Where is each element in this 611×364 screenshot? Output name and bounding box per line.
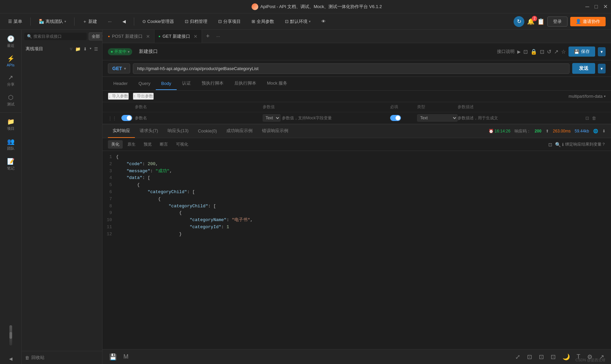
- save-button[interactable]: 💾 保存: [569, 47, 595, 57]
- param-delete-icon[interactable]: 🗑: [592, 116, 596, 121]
- sidebar-item-team[interactable]: 👥 团队: [0, 135, 21, 154]
- enable-toggle[interactable]: [121, 115, 132, 121]
- global-params-button[interactable]: ⊞ 全局参数: [249, 17, 277, 26]
- login-button[interactable]: 登录: [547, 17, 568, 27]
- copy-response-icon[interactable]: ⊡: [548, 142, 552, 147]
- drag-handle-icon[interactable]: ⋮⋮: [108, 116, 121, 121]
- globe-icon[interactable]: 🌐: [593, 129, 598, 133]
- tab-close-icon[interactable]: ✕: [146, 34, 150, 39]
- fmt-tab-assert[interactable]: 断言: [156, 140, 171, 149]
- lock-icon[interactable]: 🔒: [530, 49, 537, 55]
- star-icon[interactable]: ☆: [561, 49, 566, 55]
- tab-mock[interactable]: Mock 服务: [262, 77, 293, 90]
- expand-icon[interactable]: ⤢: [514, 352, 522, 362]
- url-input[interactable]: [133, 63, 570, 74]
- share-project-button[interactable]: ⊡ 分享项目: [215, 17, 243, 26]
- resp-tab-req-headers[interactable]: 请求头(7): [135, 124, 163, 138]
- save-dropdown-button[interactable]: ▾: [598, 47, 606, 56]
- status-badge[interactable]: ● 开发中 ▾: [108, 48, 132, 55]
- value-type-select[interactable]: Text: [263, 114, 281, 122]
- param-value-input[interactable]: [282, 116, 390, 120]
- resp-tab-realtime[interactable]: 实时响应: [108, 124, 135, 138]
- sidebar-item-test[interactable]: ⬡ 测试: [0, 91, 21, 110]
- resp-tab-resp-headers[interactable]: 响应头(13): [163, 124, 193, 138]
- more-icon[interactable]: ☰: [94, 47, 98, 52]
- download-icon[interactable]: ⬇: [83, 47, 87, 52]
- content-type-select[interactable]: multipart/form-data ▾: [569, 94, 606, 99]
- search-icon: 🔍: [27, 34, 32, 39]
- minimize-button[interactable]: ─: [585, 4, 589, 10]
- collapse-button[interactable]: ◀: [6, 354, 15, 364]
- archive-button[interactable]: ⊡ 归档管理: [182, 17, 210, 26]
- sidebar-item-share[interactable]: ↗ 分享: [0, 71, 21, 90]
- bind-variable-button[interactable]: ℹ 绑定响应结果到变量？: [562, 142, 606, 147]
- resp-tab-error-example[interactable]: 错误响应示例: [257, 124, 293, 138]
- send-dropdown-button[interactable]: ▾: [598, 64, 606, 73]
- export-icon[interactable]: ↗: [554, 49, 558, 55]
- team-icon: 🏪: [39, 19, 44, 24]
- save-bottom-icon[interactable]: 💾: [108, 352, 118, 362]
- fmt-tab-visualize[interactable]: 可视化: [173, 140, 192, 149]
- method-select[interactable]: GET ▾: [108, 63, 130, 73]
- tab-pre-script[interactable]: 预执行脚本: [196, 77, 229, 90]
- team-button[interactable]: 🏪 离线团队 ▾: [36, 17, 69, 26]
- add-folder-icon[interactable]: 📁: [75, 47, 81, 52]
- tab-close-icon[interactable]: ✕: [194, 34, 198, 39]
- sync-button[interactable]: ↻: [514, 16, 524, 27]
- param-name-input[interactable]: [135, 116, 263, 120]
- tab-body[interactable]: Body: [156, 78, 177, 90]
- fmt-tab-preview[interactable]: 预览: [140, 140, 155, 149]
- import-params-button[interactable]: ↓ 导入参数: [108, 93, 129, 100]
- tab-post-script[interactable]: 后执行脚本: [229, 77, 262, 90]
- preview-button[interactable]: 👁: [319, 18, 328, 25]
- cookie-manager-button[interactable]: ⊙ Cookie管理器: [140, 17, 177, 26]
- add-tab-button[interactable]: +: [202, 30, 214, 43]
- required-toggle[interactable]: [390, 115, 401, 121]
- fmt-tab-beautify[interactable]: 美化: [108, 140, 123, 149]
- fmt-tab-raw[interactable]: 原生: [124, 140, 139, 149]
- export-params-button[interactable]: ↑ 导出参数: [133, 93, 154, 100]
- tab-get-new[interactable]: ● GET 新建接口 ✕: [154, 30, 202, 43]
- new-button[interactable]: ＋ 新建: [80, 17, 100, 26]
- export-label: 导出参数: [137, 93, 153, 99]
- tab-query[interactable]: Query: [133, 78, 156, 90]
- recycle-bin-button[interactable]: 🗑 回收站: [22, 351, 102, 364]
- history-icon[interactable]: 📋: [537, 18, 545, 25]
- resp-tab-cookie[interactable]: Cookie(0): [193, 125, 222, 138]
- tab-post-new[interactable]: ● POST 新建接口 ✕: [104, 30, 154, 43]
- resp-tab-success-example[interactable]: 成功响应示例: [222, 124, 257, 138]
- recent-label: 最近: [7, 43, 14, 48]
- back-button[interactable]: ◀: [120, 18, 128, 25]
- sidebar-item-project[interactable]: 📁 项目: [0, 115, 21, 134]
- duplicate-icon[interactable]: ⊡: [540, 49, 544, 55]
- invite-button[interactable]: 👤 邀请协作: [570, 17, 606, 26]
- sidebar-item-notes[interactable]: 📝 笔记: [0, 155, 21, 174]
- fork-icon[interactable]: ⑂: [70, 47, 72, 52]
- sidebar-item-apis[interactable]: ⚡ APIs: [0, 52, 21, 70]
- more-button[interactable]: ···: [105, 18, 114, 25]
- search-response-icon[interactable]: 🔍: [555, 142, 561, 147]
- maximize-button[interactable]: □: [594, 4, 598, 10]
- tab-auth[interactable]: 认证: [177, 77, 196, 90]
- collapse-icon[interactable]: ⊡: [526, 352, 533, 362]
- history-icon[interactable]: ↺: [547, 49, 551, 55]
- param-copy-icon[interactable]: ⊡: [585, 116, 589, 121]
- tab-header[interactable]: Header: [108, 78, 133, 90]
- type-select[interactable]: Text: [417, 114, 458, 122]
- sidebar-item-recent[interactable]: 🕐 最近: [0, 32, 21, 51]
- code-bottom-icon[interactable]: M: [122, 352, 130, 362]
- send-button[interactable]: 发送: [572, 63, 595, 74]
- tab-more-button[interactable]: ···: [214, 30, 223, 43]
- chevron-down-icon[interactable]: ▾: [90, 47, 91, 52]
- play-icon[interactable]: ▶: [517, 49, 521, 54]
- param-desc-input[interactable]: [458, 116, 585, 120]
- split-icon[interactable]: ⊡: [537, 352, 545, 362]
- download-icon[interactable]: ⬇: [602, 129, 606, 133]
- search-input[interactable]: [33, 34, 84, 39]
- copy-bottom-icon[interactable]: ⊡: [549, 352, 557, 362]
- moon-icon[interactable]: 🌙: [561, 352, 571, 362]
- menu-button[interactable]: ☰ 菜单: [5, 17, 25, 26]
- close-button[interactable]: ✕: [603, 3, 608, 10]
- env-button[interactable]: ⊡ 默认环境 ▾: [282, 17, 313, 26]
- copy-icon[interactable]: ⊡: [523, 49, 528, 55]
